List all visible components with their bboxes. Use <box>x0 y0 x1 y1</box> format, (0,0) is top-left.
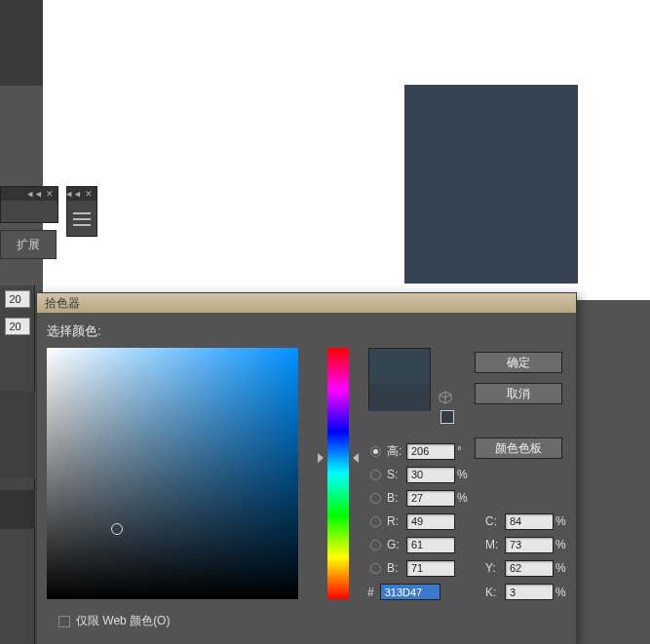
canvas[interactable] <box>43 0 650 300</box>
cube-icon[interactable] <box>439 391 452 404</box>
bch-radio[interactable] <box>370 563 381 574</box>
bch-label: B: <box>387 561 406 575</box>
new-color <box>369 349 430 384</box>
color-preview <box>368 348 431 410</box>
close-icon[interactable]: ✕ <box>46 189 54 199</box>
m-input[interactable]: 73 <box>505 537 554 553</box>
side-panel-section <box>0 490 35 529</box>
left-dock <box>0 0 43 86</box>
y-input[interactable]: 62 <box>505 560 554 577</box>
r-label: R: <box>387 514 406 528</box>
panel-tab[interactable]: ◄◄ ✕ <box>0 186 58 223</box>
shape-rectangle[interactable] <box>404 85 578 284</box>
bch-input[interactable]: 71 <box>406 560 455 577</box>
c-input[interactable]: 84 <box>505 513 554 530</box>
current-color[interactable] <box>369 384 430 411</box>
c-label: C: <box>485 514 505 528</box>
web-only-label: 仅限 Web 颜色(O) <box>76 613 170 629</box>
side-panel-section <box>0 391 35 478</box>
hue-slider[interactable] <box>327 348 349 599</box>
nearest-swatch[interactable] <box>440 410 454 424</box>
web-only-checkbox[interactable] <box>58 616 70 627</box>
s-label: S: <box>387 468 406 481</box>
g-label: G: <box>387 538 406 551</box>
h-input[interactable]: 206 <box>406 443 455 460</box>
g-input[interactable]: 61 <box>406 537 455 553</box>
collapse-icon[interactable]: ◄◄ <box>25 189 43 199</box>
m-label: M: <box>485 538 505 551</box>
collapse-icon[interactable]: ◄◄ <box>64 189 82 199</box>
bri-radio[interactable] <box>370 493 381 504</box>
color-picker-dialog: 拾色器 选择颜色: <box>36 292 577 644</box>
dialog-title[interactable]: 拾色器 <box>37 293 576 313</box>
r-radio[interactable] <box>370 516 381 527</box>
s-unit: % <box>457 468 468 481</box>
h-label: 高: <box>387 443 406 460</box>
mini-panel[interactable]: ◄◄ ✕ <box>66 186 97 237</box>
hex-input[interactable]: 313D47 <box>380 584 440 600</box>
b-input[interactable]: 27 <box>406 490 455 507</box>
cancel-button[interactable]: 取消 <box>475 383 562 404</box>
color-cursor[interactable] <box>111 523 123 535</box>
b-label: B: <box>387 491 406 505</box>
extensions-tab[interactable]: 扩展 <box>0 230 57 259</box>
ok-button[interactable]: 确定 <box>475 352 562 373</box>
k-input[interactable]: 3 <box>505 584 554 600</box>
g-radio[interactable] <box>370 540 381 550</box>
side-input-a[interactable]: 20 <box>5 290 30 308</box>
y-label: Y: <box>485 561 505 575</box>
hue-radio[interactable] <box>370 446 381 457</box>
sat-radio[interactable] <box>370 470 381 480</box>
hex-label: # <box>367 586 374 599</box>
select-color-label: 选择颜色: <box>47 322 566 340</box>
k-label: K: <box>485 586 505 599</box>
saturation-brightness-field[interactable] <box>47 348 298 599</box>
h-unit: ° <box>457 444 462 458</box>
b-unit: % <box>457 491 468 505</box>
s-input[interactable]: 30 <box>406 467 455 483</box>
hue-indicator[interactable] <box>318 453 359 463</box>
r-input[interactable]: 49 <box>406 513 455 530</box>
close-icon[interactable]: ✕ <box>85 189 93 199</box>
side-input-b[interactable]: 20 <box>5 318 30 335</box>
menu-icon[interactable] <box>73 212 91 226</box>
swatches-button[interactable]: 颜色色板 <box>475 437 562 459</box>
